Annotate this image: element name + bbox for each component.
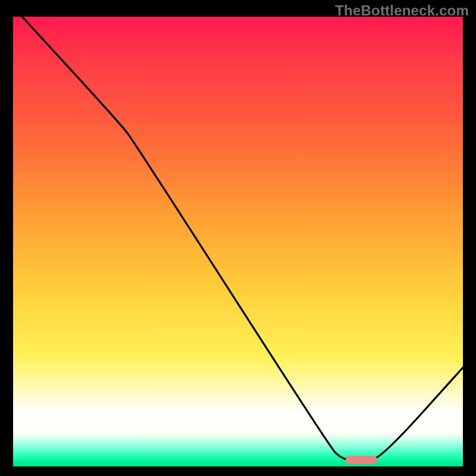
plot-area (13, 17, 463, 466)
watermark-text: TheBottleneck.com (335, 2, 469, 19)
bottleneck-curve-path (22, 17, 463, 461)
line-series (13, 17, 463, 466)
sweet-spot-marker (346, 456, 377, 464)
chart-frame: TheBottleneck.com (0, 0, 476, 476)
plot-inner (13, 17, 463, 466)
